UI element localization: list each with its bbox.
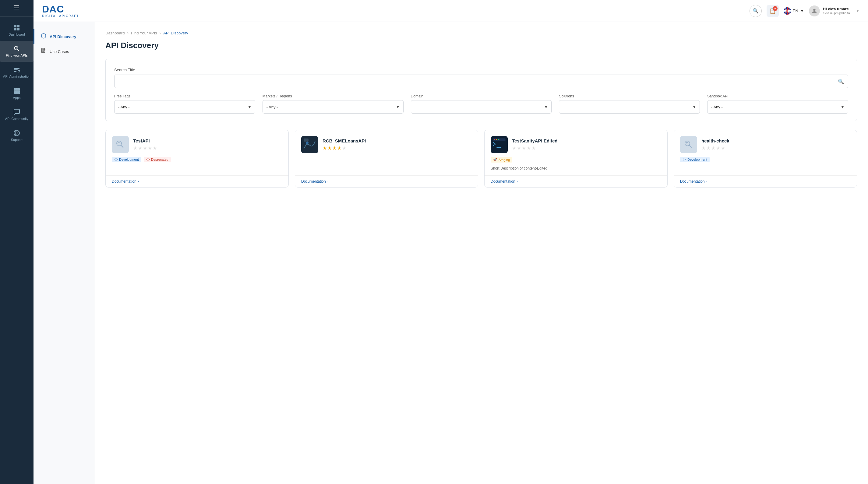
- apps-icon: [13, 87, 21, 95]
- filter-domain-label: Domain: [411, 94, 552, 98]
- domain-select-wrapper: ▼: [411, 100, 552, 114]
- stars-rcb-sme: ★ ★ ★ ★ ★: [322, 145, 472, 151]
- api-card-health-check: health-check ★ ★ ★ ★ ★: [674, 130, 857, 188]
- thumb-art-icon: [115, 139, 126, 150]
- left-nav-use-cases-label: Use Cases: [50, 49, 69, 54]
- sidebar-find-apis-label: Find your APIs: [6, 54, 28, 58]
- card-header-test-api: TestAPI ★ ★ ★ ★ ★: [112, 136, 282, 153]
- card-header-test-sanity: TestSanityAPI Edited ★ ★ ★ ★ ★: [491, 136, 661, 153]
- card-footer-test-sanity: Documentation ›: [485, 175, 667, 187]
- filter-solutions-label: Solutions: [559, 94, 700, 98]
- notifications-button[interactable]: 📋 0: [767, 5, 779, 17]
- doc-link-test-sanity[interactable]: Documentation ›: [491, 179, 518, 184]
- filter-domain: Domain ▼: [411, 94, 552, 114]
- star-2: ★: [517, 145, 521, 151]
- community-icon: [13, 108, 21, 116]
- svg-rect-15: [14, 92, 16, 94]
- markets-select-wrapper: - Any - ▼: [262, 100, 404, 114]
- markets-select[interactable]: - Any -: [262, 100, 404, 114]
- star-2: ★: [706, 145, 711, 151]
- filter-sandbox-label: Sandbox API: [707, 94, 848, 98]
- breadcrumb-api-discovery: API Discovery: [163, 31, 188, 35]
- star-3: ★: [522, 145, 526, 151]
- sandbox-select[interactable]: - Any -: [707, 100, 848, 114]
- card-header-rcb-sme: RCB_SMELoansAPI ★ ★ ★ ★ ★: [301, 136, 472, 153]
- left-nav-use-cases[interactable]: Use Cases: [33, 44, 94, 59]
- left-nav-api-discovery-label: API Discovery: [50, 34, 76, 39]
- star-5: ★: [531, 145, 536, 151]
- svg-rect-9: [14, 88, 16, 90]
- card-thumb-test-sanity: [491, 136, 508, 153]
- svg-rect-10: [16, 88, 18, 90]
- free-tags-select[interactable]: - Any -: [114, 100, 255, 114]
- language-chevron-icon: ▼: [800, 8, 804, 13]
- sidebar-item-dashboard[interactable]: Dashboard: [0, 20, 33, 41]
- sandbox-select-wrapper: - Any - ▼: [707, 100, 848, 114]
- card-thumb-test-api: [112, 136, 129, 153]
- svg-rect-17: [18, 92, 20, 94]
- star-3: ★: [711, 145, 715, 151]
- svg-point-25: [119, 141, 120, 143]
- card-title-area-health-check: health-check ★ ★ ★ ★ ★: [702, 138, 850, 151]
- sidebar: ☰ Dashboard Find your APIs: [0, 0, 33, 484]
- card-title-rcb-sme: RCB_SMELoansAPI: [322, 138, 472, 143]
- doc-link-test-api[interactable]: Documentation ›: [112, 179, 139, 184]
- svg-point-33: [496, 139, 497, 140]
- search-title-label: Search Title: [114, 68, 848, 72]
- tag-deprecated-test-api: Deprecated: [144, 157, 171, 162]
- search-section: Search Title 🔍 Free Tags - Any - ▼: [105, 59, 857, 121]
- card-title-test-api: TestAPI: [133, 138, 282, 143]
- logo-main: DAC: [42, 4, 79, 14]
- sidebar-item-support[interactable]: Support: [0, 125, 33, 146]
- svg-rect-0: [14, 25, 17, 27]
- user-avatar: [809, 5, 820, 17]
- domain-select[interactable]: [411, 100, 552, 114]
- star-1: ★: [133, 145, 137, 151]
- svg-point-22: [41, 34, 46, 38]
- language-selector[interactable]: EN ▼: [784, 7, 804, 14]
- sidebar-nav: Dashboard Find your APIs API Administrat…: [0, 20, 33, 146]
- doc-link-rcb-sme[interactable]: Documentation ›: [301, 179, 328, 184]
- sidebar-item-find-apis[interactable]: Find your APIs: [0, 41, 33, 62]
- sidebar-top: ☰: [0, 0, 33, 17]
- sidebar-community-label: API Community: [5, 117, 28, 121]
- svg-rect-7: [14, 71, 17, 72]
- solutions-select[interactable]: [559, 100, 700, 114]
- svg-rect-1: [17, 25, 20, 27]
- star-2: ★: [328, 145, 332, 151]
- sidebar-item-api-admin[interactable]: API Administration: [0, 62, 33, 83]
- stars-test-sanity: ★ ★ ★ ★ ★: [512, 145, 661, 151]
- card-footer-test-api: Documentation ›: [106, 175, 288, 187]
- card-footer-rcb-sme: Documentation ›: [295, 175, 478, 187]
- filter-free-tags: Free Tags - Any - ▼: [114, 94, 255, 114]
- card-title-area-test-api: TestAPI ★ ★ ★ ★ ★: [133, 138, 282, 151]
- breadcrumb-find-apis[interactable]: Find Your APIs: [131, 31, 157, 35]
- search-input[interactable]: [114, 74, 848, 88]
- sidebar-item-apps[interactable]: Apps: [0, 83, 33, 104]
- card-body-test-sanity: TestSanityAPI Edited ★ ★ ★ ★ ★: [485, 130, 667, 175]
- left-panel: API Discovery Use Cases: [33, 22, 94, 484]
- stars-health-check: ★ ★ ★ ★ ★: [702, 145, 850, 151]
- card-title-area-rcb-sme: RCB_SMELoansAPI ★ ★ ★ ★ ★: [322, 138, 472, 151]
- sidebar-apps-label: Apps: [13, 96, 21, 100]
- svg-point-34: [498, 139, 499, 140]
- breadcrumb-dashboard[interactable]: Dashboard: [105, 31, 125, 35]
- logo: DAC DIGITAL APICRAFT: [42, 4, 79, 18]
- svg-point-32: [494, 139, 495, 140]
- card-footer-health-check: Documentation ›: [674, 175, 857, 187]
- topbar-search-button[interactable]: 🔍: [749, 5, 762, 17]
- star-1: ★: [702, 145, 706, 151]
- code-icon: [114, 158, 118, 161]
- user-info[interactable]: Hi ekta umare ekta.u+pm@digita... ▼: [809, 5, 860, 17]
- compass-icon: [40, 33, 46, 39]
- filter-solutions: Solutions ▼: [559, 94, 700, 114]
- card-tags-test-api: Development Deprecated: [112, 157, 282, 162]
- hamburger-icon[interactable]: ☰: [14, 4, 20, 12]
- svg-rect-27: [301, 136, 318, 153]
- user-avatar-icon: [811, 8, 818, 14]
- doc-link-health-check[interactable]: Documentation ›: [680, 179, 707, 184]
- star-3: ★: [143, 145, 147, 151]
- sidebar-item-community[interactable]: API Community: [0, 104, 33, 125]
- left-nav-api-discovery[interactable]: API Discovery: [33, 29, 94, 44]
- solutions-select-wrapper: ▼: [559, 100, 700, 114]
